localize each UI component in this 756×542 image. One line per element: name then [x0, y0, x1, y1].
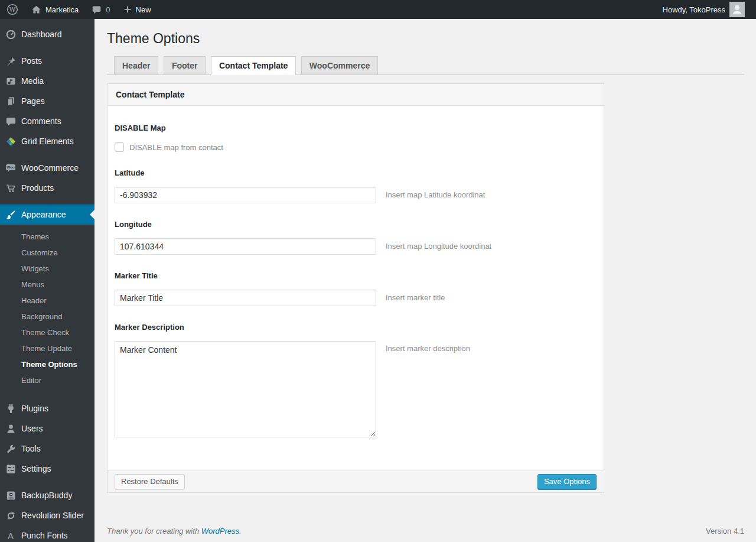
dashboard-icon — [0, 29, 21, 40]
disable-map-checkbox-row[interactable]: DISABLE map from contact — [115, 142, 597, 152]
panel-title: Contact Template — [116, 90, 184, 99]
avatar — [729, 2, 745, 17]
account-menu[interactable]: Howdy, TokoPress — [656, 2, 751, 17]
letter-a-icon: A — [0, 531, 21, 540]
pushpin-icon — [0, 56, 21, 67]
sidebar-item-label: Media — [21, 76, 44, 86]
content-area: Theme Options Header Footer Contact Temp… — [94, 19, 756, 542]
longitude-field: Longitude Insert map Longitude koordinat — [115, 220, 597, 255]
submenu-item-themes[interactable]: Themes — [0, 229, 94, 245]
latitude-label: Latitude — [115, 168, 597, 177]
sidebar-item-products[interactable]: Products — [0, 178, 94, 198]
thanks-prefix: Thank you for creating with — [107, 527, 201, 535]
sidebar-item-appearance[interactable]: Appearance — [0, 205, 94, 225]
submenu-item-menus[interactable]: Menus — [0, 277, 94, 293]
marker-description-field: Marker Description Marker Content Insert… — [115, 323, 597, 437]
marker-description-hint: Insert marker description — [386, 341, 470, 353]
site-menu[interactable]: Marketica — [25, 0, 85, 19]
disable-map-label: DISABLE Map — [115, 124, 597, 132]
admin-sidebar: Dashboard Posts Media Pages Comments — [0, 19, 94, 542]
sidebar-item-dashboard[interactable]: Dashboard — [0, 24, 94, 44]
disable-map-checkbox[interactable] — [115, 142, 124, 152]
sidebar-item-label: Grid Elements — [21, 137, 74, 146]
sidebar-item-label: Revolution Slider — [21, 511, 84, 520]
submenu-item-customize[interactable]: Customize — [0, 245, 94, 261]
submenu-item-header[interactable]: Header — [0, 293, 94, 309]
wp-logo-menu[interactable]: W — [0, 0, 25, 19]
howdy-text: Howdy, TokoPress — [663, 5, 725, 14]
plugin-icon — [0, 403, 21, 414]
version-text: Version 4.1 — [706, 527, 744, 535]
marker-title-label: Marker Title — [115, 271, 597, 280]
marker-title-hint: Insert marker title — [386, 290, 445, 302]
sidebar-item-label: Products — [21, 183, 54, 193]
page-footer: Thank you for creating with WordPress. V… — [107, 527, 744, 535]
new-content-menu[interactable]: New — [117, 0, 158, 19]
plus-icon — [123, 5, 132, 14]
sidebar-item-comments[interactable]: Comments — [0, 111, 94, 131]
marker-title-field: Marker Title Insert marker title — [115, 271, 597, 306]
cart-icon — [0, 183, 21, 194]
grid-elements-icon — [0, 136, 21, 147]
svg-text:W: W — [9, 6, 16, 13]
submenu-item-background[interactable]: Background — [0, 309, 94, 324]
latitude-input[interactable] — [115, 187, 376, 203]
sidebar-item-label: WooCommerce — [21, 163, 79, 173]
tab-bar: Header Footer Contact Template WooCommer… — [107, 56, 744, 75]
tab-header[interactable]: Header — [114, 56, 158, 74]
sidebar-item-media[interactable]: Media — [0, 71, 94, 91]
panel-header: Contact Template — [107, 84, 604, 106]
wordpress-link[interactable]: WordPress — [201, 527, 239, 535]
submenu-item-theme-check[interactable]: Theme Check — [0, 324, 94, 340]
sidebar-item-tools[interactable]: Tools — [0, 439, 94, 459]
comment-bubble-icon — [92, 5, 102, 15]
sidebar-item-label: Comments — [21, 116, 61, 126]
sidebar-item-grid-elements[interactable]: Grid Elements — [0, 131, 94, 151]
settings-icon — [0, 463, 21, 475]
submenu-item-theme-update[interactable]: Theme Update — [0, 340, 94, 356]
sidebar-item-users[interactable]: Users — [0, 418, 94, 439]
marker-description-textarea[interactable]: Marker Content — [115, 341, 376, 437]
sidebar-item-pages[interactable]: Pages — [0, 91, 94, 111]
comment-icon — [0, 116, 21, 127]
sidebar-item-revolution-slider[interactable]: Revolution Slider — [0, 505, 94, 525]
footer-thanks: Thank you for creating with WordPress. — [107, 527, 242, 535]
sidebar-item-label: Plugins — [21, 404, 48, 413]
comments-count: 0 — [106, 5, 110, 14]
sidebar-item-posts[interactable]: Posts — [0, 51, 94, 71]
tab-woocommerce[interactable]: WooCommerce — [301, 56, 378, 74]
tab-contact-template[interactable]: Contact Template — [211, 56, 296, 75]
sidebar-item-woocommerce[interactable]: Woo WooCommerce — [0, 158, 94, 178]
refresh-icon — [0, 510, 21, 521]
sidebar-item-label: Dashboard — [21, 30, 62, 39]
panel-footer: Restore Defaults Save Options — [107, 470, 604, 492]
longitude-label: Longitude — [115, 220, 597, 229]
marker-title-input[interactable] — [115, 290, 376, 306]
site-name: Marketica — [45, 5, 79, 14]
user-icon — [0, 423, 21, 434]
restore-defaults-button[interactable]: Restore Defaults — [115, 474, 185, 489]
submenu-item-editor[interactable]: Editor — [0, 372, 94, 388]
save-options-button[interactable]: Save Options — [537, 474, 597, 489]
pages-icon — [0, 96, 21, 107]
svg-text:Woo: Woo — [6, 165, 15, 169]
sidebar-item-label: Punch Fonts — [21, 531, 68, 540]
tab-footer[interactable]: Footer — [164, 56, 206, 74]
wrench-icon — [0, 443, 21, 455]
submenu-item-widgets[interactable]: Widgets — [0, 261, 94, 277]
sidebar-item-punch-fonts[interactable]: A Punch Fonts — [0, 525, 94, 542]
sidebar-item-plugins[interactable]: Plugins — [0, 398, 94, 418]
submenu-item-theme-options[interactable]: Theme Options — [0, 356, 94, 372]
sidebar-item-label: BackupBuddy — [21, 491, 72, 500]
sidebar-item-backupbuddy[interactable]: BackupBuddy — [0, 485, 94, 505]
disable-map-field: DISABLE Map DISABLE map from contact — [115, 124, 597, 152]
woocommerce-icon: Woo — [0, 162, 21, 174]
longitude-input[interactable] — [115, 238, 376, 255]
sidebar-item-label: Tools — [21, 444, 41, 453]
backup-icon — [0, 490, 21, 501]
comments-menu[interactable]: 0 — [85, 0, 116, 19]
sidebar-item-settings[interactable]: Settings — [0, 459, 94, 479]
latitude-field: Latitude Insert map Latitude koordinat — [115, 168, 597, 203]
page-title: Theme Options — [107, 30, 744, 47]
latitude-hint: Insert map Latitude koordinat — [386, 187, 485, 199]
